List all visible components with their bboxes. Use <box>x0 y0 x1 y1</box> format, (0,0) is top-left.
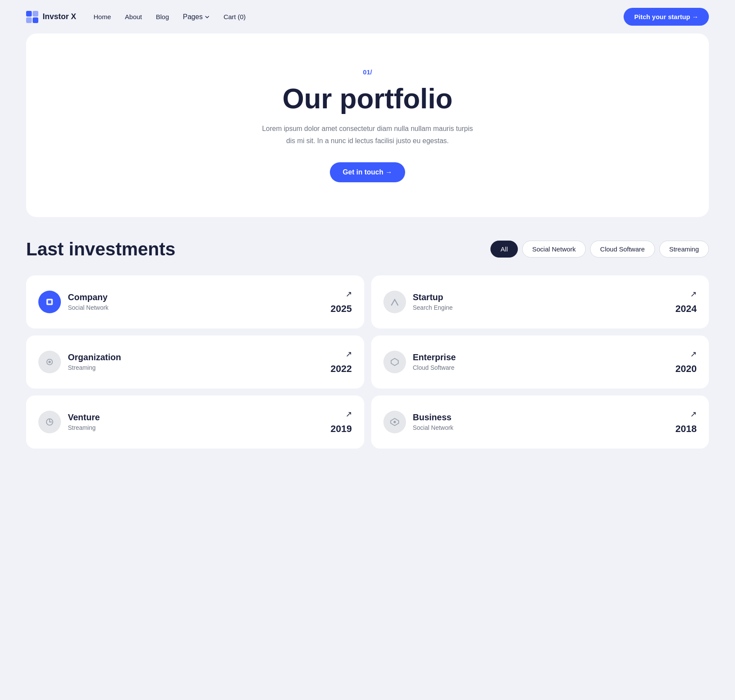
svg-point-7 <box>48 361 51 363</box>
card-category: Social Network <box>413 424 453 431</box>
nav-blog[interactable]: Blog <box>156 13 169 21</box>
card-info: Organization Streaming <box>68 352 121 371</box>
nav-pages-label: Pages <box>183 13 202 21</box>
logo[interactable]: Invstor X <box>26 11 76 23</box>
investment-card[interactable]: Business Social Network ↗ 2018 <box>371 395 709 449</box>
card-right: ↗ 2025 <box>331 289 352 315</box>
card-icon <box>38 291 61 313</box>
card-right: ↗ 2020 <box>675 349 697 375</box>
card-year: 2018 <box>675 423 697 435</box>
filter-social-network[interactable]: Social Network <box>522 241 586 258</box>
card-year: 2024 <box>675 303 697 315</box>
card-year: 2019 <box>331 423 352 435</box>
card-icon <box>383 411 406 433</box>
svg-rect-1 <box>33 11 38 17</box>
card-left: Enterprise Cloud Software <box>383 351 456 373</box>
hero-section-number: 01/ <box>44 68 691 76</box>
svg-rect-2 <box>26 17 32 23</box>
investment-card[interactable]: Organization Streaming ↗ 2022 <box>26 335 364 389</box>
svg-point-10 <box>393 421 396 423</box>
card-category: Streaming <box>68 364 121 371</box>
nav-home[interactable]: Home <box>94 13 111 21</box>
investment-grid: Company Social Network ↗ 2025 Startup Se… <box>26 275 709 449</box>
card-name: Venture <box>68 412 100 422</box>
chevron-down-icon <box>205 14 210 20</box>
card-icon <box>383 351 406 373</box>
filter-all[interactable]: All <box>490 241 518 258</box>
navbar: Invstor X Home About Blog Pages Cart (0)… <box>0 0 735 33</box>
nav-left: Invstor X Home About Blog Pages Cart (0) <box>26 11 246 23</box>
card-left: Business Social Network <box>383 411 453 433</box>
nav-links: Home About Blog Pages Cart (0) <box>94 13 245 21</box>
nav-blog-link[interactable]: Blog <box>156 13 169 20</box>
external-link-icon: ↗ <box>346 409 352 419</box>
card-info: Venture Streaming <box>68 412 100 431</box>
nav-about[interactable]: About <box>125 13 142 21</box>
card-year: 2020 <box>675 363 697 375</box>
get-in-touch-button[interactable]: Get in touch → <box>330 162 406 182</box>
svg-rect-0 <box>26 11 32 17</box>
card-year: 2022 <box>331 363 352 375</box>
investments-header: Last investments All Social Network Clou… <box>26 239 709 260</box>
logo-text: Invstor X <box>43 12 76 21</box>
card-name: Company <box>68 292 108 302</box>
card-category: Search Engine <box>413 304 453 311</box>
card-right: ↗ 2024 <box>675 289 697 315</box>
card-left: Startup Search Engine <box>383 291 453 313</box>
card-category: Cloud Software <box>413 364 456 371</box>
hero-title: Our portfolio <box>44 84 691 114</box>
investments-section: Last investments All Social Network Clou… <box>0 239 735 475</box>
card-name: Startup <box>413 292 453 302</box>
nav-cart-link[interactable]: Cart (0) <box>224 13 246 20</box>
card-name: Enterprise <box>413 352 456 362</box>
card-info: Company Social Network <box>68 292 108 311</box>
card-category: Streaming <box>68 424 100 431</box>
card-left: Venture Streaming <box>38 411 100 433</box>
external-link-icon: ↗ <box>346 289 352 299</box>
external-link-icon: ↗ <box>690 349 697 359</box>
card-icon <box>383 291 406 313</box>
card-right: ↗ 2019 <box>331 409 352 435</box>
card-icon <box>38 351 61 373</box>
card-right: ↗ 2022 <box>331 349 352 375</box>
investment-card[interactable]: Startup Search Engine ↗ 2024 <box>371 275 709 328</box>
hero-description: Lorem ipsum dolor amet consectetur diam … <box>259 123 477 146</box>
card-icon <box>38 411 61 433</box>
hero-section: 01/ Our portfolio Lorem ipsum dolor amet… <box>26 33 709 217</box>
card-name: Organization <box>68 352 121 362</box>
nav-cart[interactable]: Cart (0) <box>224 13 246 21</box>
card-right: ↗ 2018 <box>675 409 697 435</box>
card-name: Business <box>413 412 453 422</box>
logo-icon <box>26 11 38 23</box>
card-category: Social Network <box>68 304 108 311</box>
card-info: Business Social Network <box>413 412 453 431</box>
filter-streaming[interactable]: Streaming <box>659 241 709 258</box>
card-year: 2025 <box>331 303 352 315</box>
external-link-icon: ↗ <box>690 289 697 299</box>
nav-pages[interactable]: Pages <box>183 13 209 21</box>
investment-card[interactable]: Company Social Network ↗ 2025 <box>26 275 364 328</box>
svg-rect-3 <box>33 17 38 23</box>
card-info: Enterprise Cloud Software <box>413 352 456 371</box>
investments-title: Last investments <box>26 239 175 260</box>
filter-tabs: All Social Network Cloud Software Stream… <box>490 241 709 258</box>
card-info: Startup Search Engine <box>413 292 453 311</box>
investment-card[interactable]: Enterprise Cloud Software ↗ 2020 <box>371 335 709 389</box>
nav-about-link[interactable]: About <box>125 13 142 20</box>
svg-rect-5 <box>48 300 51 303</box>
external-link-icon: ↗ <box>346 349 352 359</box>
investment-card[interactable]: Venture Streaming ↗ 2019 <box>26 395 364 449</box>
filter-cloud-software[interactable]: Cloud Software <box>590 241 655 258</box>
nav-home-link[interactable]: Home <box>94 13 111 20</box>
card-left: Organization Streaming <box>38 351 121 373</box>
card-left: Company Social Network <box>38 291 108 313</box>
external-link-icon: ↗ <box>690 409 697 419</box>
pitch-startup-button[interactable]: Pitch your startup → <box>624 8 709 26</box>
